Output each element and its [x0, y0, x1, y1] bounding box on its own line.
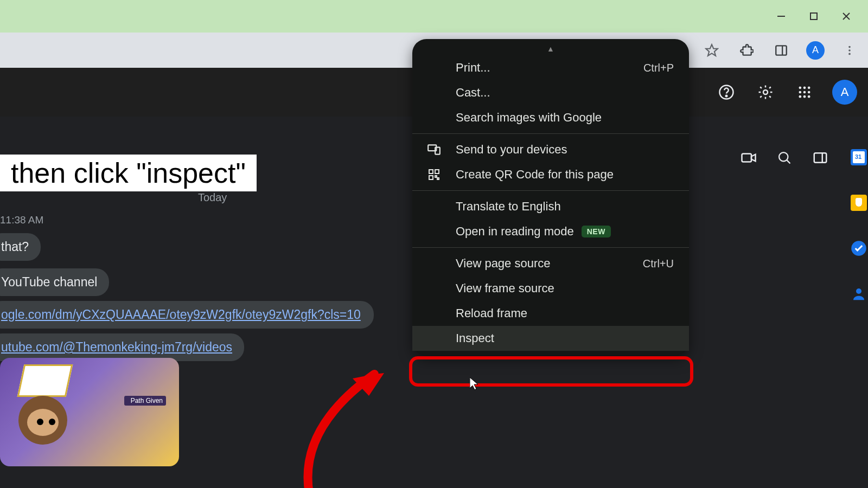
new-badge: NEW — [582, 226, 611, 237]
contacts-app-icon[interactable] — [851, 286, 867, 302]
os-titlebar — [0, 0, 868, 33]
menu-item-view-frame-source[interactable]: View frame source — [412, 276, 689, 301]
svg-marker-38 — [470, 377, 478, 390]
apps-grid-icon[interactable] — [793, 81, 816, 104]
svg-rect-1 — [810, 13, 817, 20]
chat-message: YouTube channel — [0, 268, 109, 296]
link-preview-thumbnail[interactable]: Giver Path Given — [0, 358, 179, 466]
close-button[interactable] — [830, 3, 863, 29]
side-rail: 31 — [845, 144, 868, 307]
menu-shortcut: Ctrl+P — [643, 62, 674, 74]
menu-label: Translate to English — [456, 200, 561, 214]
svg-point-29 — [856, 288, 861, 294]
menu-label: Reload frame — [456, 306, 527, 320]
search-icon[interactable] — [776, 149, 793, 166]
svg-point-24 — [779, 152, 788, 161]
svg-rect-36 — [437, 178, 439, 179]
svg-point-20 — [803, 95, 806, 98]
menu-label: View frame source — [456, 281, 554, 296]
svg-rect-32 — [429, 170, 433, 174]
svg-point-15 — [808, 87, 810, 89]
menu-item-qr-code[interactable]: Create QR Code for this page — [412, 162, 689, 187]
maximize-button[interactable] — [797, 3, 830, 29]
preview-tag: Path Given — [127, 396, 166, 406]
calendar-app-icon[interactable]: 31 — [851, 149, 867, 165]
svg-point-19 — [799, 95, 802, 98]
context-menu: ▲ Print... Ctrl+P Cast... Search images … — [412, 39, 689, 355]
menu-label: Inspect — [456, 331, 494, 345]
svg-point-7 — [848, 46, 851, 48]
svg-rect-34 — [429, 176, 433, 179]
video-call-icon[interactable] — [740, 149, 757, 166]
tasks-app-icon[interactable] — [851, 240, 867, 256]
menu-label: Create QR Code for this page — [456, 168, 614, 182]
panel-icon[interactable] — [812, 149, 829, 166]
menu-item-print[interactable]: Print... Ctrl+P — [412, 55, 689, 80]
svg-point-13 — [799, 87, 802, 89]
svg-point-18 — [808, 91, 810, 94]
menu-separator — [412, 190, 689, 191]
menu-item-cast[interactable]: Cast... — [412, 80, 689, 105]
menu-item-send-devices[interactable]: Send to your devices — [412, 137, 689, 162]
chat-action-row — [740, 149, 829, 166]
instruction-caption: then click "inspect" — [0, 155, 257, 191]
menu-separator — [412, 133, 689, 134]
chat-message: utube.com/@Themonkeking-jm7rg/videos — [0, 333, 244, 361]
extensions-icon[interactable] — [737, 41, 756, 60]
side-panel-icon[interactable] — [771, 41, 791, 60]
svg-point-11 — [726, 95, 727, 97]
date-separator: Today — [198, 191, 227, 204]
chat-link[interactable]: utube.com/@Themonkeking-jm7rg/videos — [1, 340, 232, 354]
menu-label: Cast... — [456, 86, 490, 100]
svg-point-9 — [848, 53, 851, 55]
scroll-up-indicator: ▲ — [412, 42, 689, 55]
svg-rect-22 — [742, 154, 752, 162]
minimize-button[interactable] — [765, 3, 797, 29]
svg-point-8 — [848, 49, 851, 52]
message-timestamp: 11:38 AM — [0, 214, 43, 226]
menu-separator — [412, 247, 689, 248]
mouse-cursor-icon — [470, 377, 480, 390]
menu-item-reload-frame[interactable]: Reload frame — [412, 301, 689, 326]
menu-item-inspect[interactable]: Inspect — [412, 326, 689, 351]
menu-label: View page source — [456, 256, 551, 271]
menu-label: Search images with Google — [456, 111, 602, 125]
qr-code-icon — [426, 167, 442, 182]
menu-item-reading-mode[interactable]: Open in reading mode NEW — [412, 219, 689, 244]
svg-point-12 — [763, 90, 768, 94]
menu-shortcut: Ctrl+U — [643, 258, 674, 270]
menu-label: Print... — [456, 61, 490, 75]
devices-icon — [426, 142, 442, 157]
menu-label: Send to your devices — [456, 143, 567, 157]
svg-point-16 — [799, 91, 802, 94]
menu-item-translate[interactable]: Translate to English — [412, 194, 689, 219]
svg-marker-23 — [751, 155, 756, 162]
svg-point-17 — [803, 91, 806, 94]
svg-line-25 — [787, 160, 790, 163]
profile-avatar[interactable]: A — [806, 41, 825, 60]
help-icon[interactable] — [715, 81, 738, 104]
account-avatar[interactable]: A — [832, 80, 857, 105]
kebab-menu-icon[interactable] — [840, 41, 859, 60]
chat-message: that? — [0, 233, 41, 261]
keep-app-icon[interactable] — [851, 195, 867, 211]
svg-point-21 — [808, 95, 810, 98]
svg-marker-4 — [706, 44, 718, 56]
svg-rect-5 — [776, 46, 787, 55]
svg-point-14 — [803, 87, 806, 89]
chat-link[interactable]: ogle.com/dm/yCXzQUAAAAE/otey9zW2gfk/otey… — [1, 307, 361, 322]
menu-label: Open in reading mode — [456, 224, 574, 239]
bookmark-star-icon[interactable] — [702, 41, 722, 60]
menu-item-search-images[interactable]: Search images with Google — [412, 105, 689, 130]
gear-icon[interactable] — [754, 81, 777, 104]
svg-rect-35 — [435, 176, 437, 177]
svg-rect-26 — [814, 153, 827, 163]
chat-message: ogle.com/dm/yCXzQUAAAAE/otey9zW2gfk/otey… — [0, 301, 374, 329]
menu-item-view-source[interactable]: View page source Ctrl+U — [412, 251, 689, 276]
svg-rect-33 — [435, 170, 439, 174]
